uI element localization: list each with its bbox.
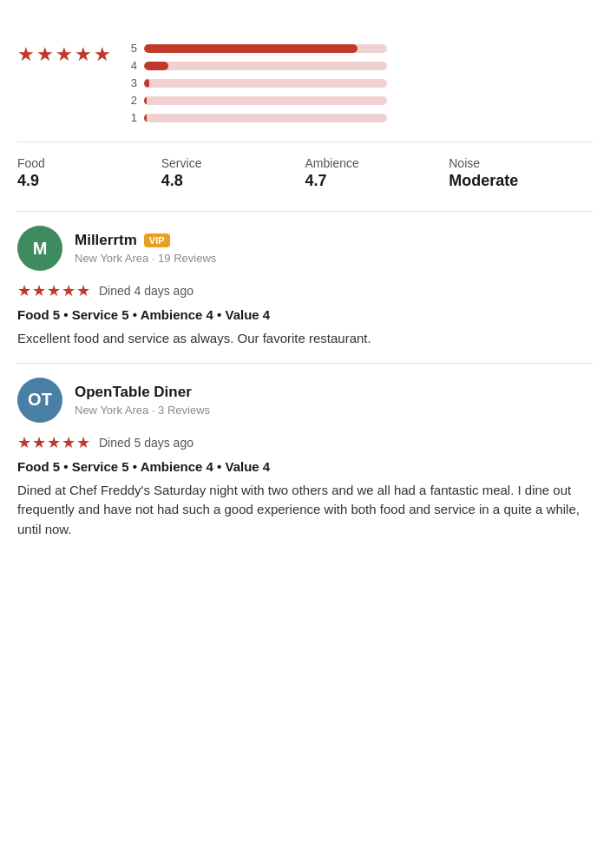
bar-track <box>144 44 387 53</box>
review-meta: ★★★★★ Dined 4 days ago <box>17 281 593 300</box>
bar-row-3: 3 <box>128 76 593 89</box>
bar-track <box>144 79 387 88</box>
review-scores: Food 5 • Service 5 • Ambience 4 • Value … <box>17 459 593 474</box>
review-star: ★ <box>62 433 75 452</box>
review-star: ★ <box>62 281 75 300</box>
review-star: ★ <box>17 281 31 300</box>
star-2: ★ <box>36 43 54 66</box>
sub-rating-label: Noise <box>449 156 593 170</box>
bar-fill <box>144 44 357 53</box>
bar-row-4: 4 <box>128 59 593 72</box>
reviewer-info: OpenTable Diner New York Area · 3 Review… <box>75 384 593 417</box>
sub-rating-value: Moderate <box>449 172 593 190</box>
review-text: Dined at Chef Freddy's Saturday night wi… <box>17 481 593 540</box>
reviewer-info: Millerrtm VIP New York Area · 19 Reviews <box>75 232 593 265</box>
rating-left: ★ ★ ★ ★ ★ <box>17 38 111 66</box>
reviewer-header: M Millerrtm VIP New York Area · 19 Revie… <box>17 226 593 271</box>
dined-ago: Dined 4 days ago <box>99 284 193 298</box>
bar-label: 4 <box>128 59 137 72</box>
bar-track <box>144 114 387 122</box>
sub-rating-ambience: Ambience 4.7 <box>305 156 449 190</box>
overall-stars: ★ ★ ★ ★ ★ <box>17 43 111 66</box>
avatar: OT <box>17 378 62 423</box>
bar-label: 1 <box>128 111 137 124</box>
reviewer-location: New York Area · 3 Reviews <box>75 404 593 417</box>
review-star: ★ <box>32 281 46 300</box>
bar-fill <box>144 79 149 88</box>
review-star: ★ <box>17 433 31 452</box>
rating-bars: 5 4 3 2 1 <box>128 38 593 124</box>
sub-rating-label: Ambience <box>305 156 449 170</box>
star-1: ★ <box>17 43 35 66</box>
review-meta: ★★★★★ Dined 5 days ago <box>17 433 593 452</box>
sub-rating-service: Service 4.8 <box>161 156 305 190</box>
reviewer-name-row: Millerrtm VIP <box>75 232 593 249</box>
reviewer-name: Millerrtm <box>75 232 137 249</box>
bar-fill <box>144 62 168 70</box>
divider-ratings <box>17 141 593 142</box>
bar-fill <box>144 114 147 122</box>
review-star: ★ <box>47 281 61 300</box>
bar-label: 2 <box>128 94 137 107</box>
bar-label: 5 <box>128 42 137 55</box>
review-text: Excellent food and service as always. Ou… <box>17 329 593 349</box>
sub-rating-food: Food 4.9 <box>17 156 161 190</box>
star-5: ★ <box>94 43 111 66</box>
review-card-0: M Millerrtm VIP New York Area · 19 Revie… <box>17 211 593 363</box>
star-3: ★ <box>56 43 73 66</box>
sub-rating-value: 4.8 <box>161 172 305 190</box>
reviewer-header: OT OpenTable Diner New York Area · 3 Rev… <box>17 378 593 423</box>
bar-label: 3 <box>128 76 137 89</box>
sub-rating-noise: Noise Moderate <box>449 156 593 190</box>
bar-row-1: 1 <box>128 111 593 124</box>
overall-section: ★ ★ ★ ★ ★ 5 4 3 2 1 <box>17 38 593 124</box>
review-star: ★ <box>76 281 90 300</box>
review-star: ★ <box>47 433 61 452</box>
dined-ago: Dined 5 days ago <box>99 436 193 450</box>
review-card-1: OT OpenTable Diner New York Area · 3 Rev… <box>17 363 593 554</box>
review-stars: ★★★★★ <box>17 281 90 300</box>
sub-rating-label: Service <box>161 156 305 170</box>
bar-row-2: 2 <box>128 94 593 107</box>
star-4: ★ <box>75 43 92 66</box>
reviewer-location: New York Area · 19 Reviews <box>75 252 593 265</box>
sub-rating-label: Food <box>17 156 161 170</box>
bar-fill <box>144 96 147 105</box>
vip-badge: VIP <box>144 233 170 247</box>
reviews-container: M Millerrtm VIP New York Area · 19 Revie… <box>17 211 593 553</box>
reviewer-name-row: OpenTable Diner <box>75 384 593 401</box>
review-scores: Food 5 • Service 5 • Ambience 4 • Value … <box>17 307 593 322</box>
bar-row-5: 5 <box>128 42 593 55</box>
bar-track <box>144 96 387 105</box>
review-star: ★ <box>76 433 90 452</box>
review-stars: ★★★★★ <box>17 433 90 452</box>
reviewer-name: OpenTable Diner <box>75 384 192 401</box>
review-star: ★ <box>32 433 46 452</box>
sub-rating-value: 4.7 <box>305 172 449 190</box>
bar-track <box>144 62 387 70</box>
avatar: M <box>17 226 62 271</box>
sub-ratings: Food 4.9 Service 4.8 Ambience 4.7 Noise … <box>17 156 593 190</box>
sub-rating-value: 4.9 <box>17 172 161 190</box>
